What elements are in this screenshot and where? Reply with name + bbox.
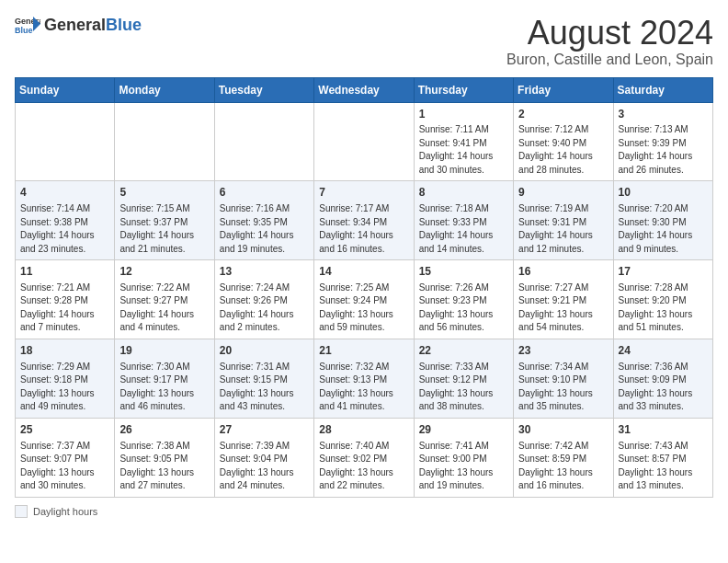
day-number: 18 <box>20 343 109 359</box>
calendar-cell: 8Sunrise: 7:18 AM Sunset: 9:33 PM Daylig… <box>414 181 513 260</box>
day-number: 26 <box>119 422 209 438</box>
week-row-1: 4Sunrise: 7:14 AM Sunset: 9:38 PM Daylig… <box>16 181 713 260</box>
svg-text:Blue: Blue <box>15 26 33 35</box>
calendar-cell: 14Sunrise: 7:25 AM Sunset: 9:24 PM Dayli… <box>314 260 414 339</box>
cell-info: Sunrise: 7:18 AM Sunset: 9:33 PM Dayligh… <box>419 202 508 256</box>
calendar-cell: 18Sunrise: 7:29 AM Sunset: 9:18 PM Dayli… <box>16 339 115 418</box>
day-number: 9 <box>518 185 608 201</box>
cell-info: Sunrise: 7:22 AM Sunset: 9:27 PM Dayligh… <box>119 282 209 335</box>
day-number: 29 <box>419 422 508 438</box>
logo: General Blue General Blue <box>15 15 142 35</box>
main-title: August 2024 <box>506 15 713 52</box>
cell-info: Sunrise: 7:24 AM Sunset: 9:26 PM Dayligh… <box>220 282 309 335</box>
cell-info: Sunrise: 7:15 AM Sunset: 9:37 PM Dayligh… <box>119 202 209 256</box>
day-number: 5 <box>119 185 209 201</box>
day-number: 17 <box>619 264 708 280</box>
day-number: 7 <box>319 185 408 201</box>
calendar-cell: 1Sunrise: 7:11 AM Sunset: 9:41 PM Daylig… <box>414 102 513 181</box>
day-number: 11 <box>20 264 109 280</box>
cell-info: Sunrise: 7:31 AM Sunset: 9:15 PM Dayligh… <box>220 361 309 414</box>
cell-info: Sunrise: 7:34 AM Sunset: 9:10 PM Dayligh… <box>518 361 608 414</box>
calendar-cell: 22Sunrise: 7:33 AM Sunset: 9:12 PM Dayli… <box>414 339 513 418</box>
day-header-saturday: Saturday <box>613 77 712 102</box>
calendar-cell: 4Sunrise: 7:14 AM Sunset: 9:38 PM Daylig… <box>16 181 115 260</box>
day-number: 16 <box>518 264 608 280</box>
cell-info: Sunrise: 7:25 AM Sunset: 9:24 PM Dayligh… <box>319 282 408 335</box>
calendar-cell: 26Sunrise: 7:38 AM Sunset: 9:05 PM Dayli… <box>115 418 214 497</box>
calendar-cell: 24Sunrise: 7:36 AM Sunset: 9:09 PM Dayli… <box>613 339 712 418</box>
calendar-cell: 31Sunrise: 7:43 AM Sunset: 8:57 PM Dayli… <box>613 418 712 497</box>
cell-info: Sunrise: 7:32 AM Sunset: 9:13 PM Dayligh… <box>319 361 408 414</box>
day-number: 6 <box>220 185 309 201</box>
calendar-cell: 9Sunrise: 7:19 AM Sunset: 9:31 PM Daylig… <box>514 181 613 260</box>
day-number: 14 <box>319 264 408 280</box>
day-number: 3 <box>619 107 708 122</box>
calendar-cell: 6Sunrise: 7:16 AM Sunset: 9:35 PM Daylig… <box>214 181 313 260</box>
cell-info: Sunrise: 7:38 AM Sunset: 9:05 PM Dayligh… <box>119 440 209 493</box>
day-number: 30 <box>518 422 608 438</box>
calendar-cell <box>314 102 414 181</box>
calendar-cell: 2Sunrise: 7:12 AM Sunset: 9:40 PM Daylig… <box>514 102 613 181</box>
calendar-cell <box>115 102 214 181</box>
cell-info: Sunrise: 7:41 AM Sunset: 9:00 PM Dayligh… <box>419 440 508 493</box>
day-number: 2 <box>518 107 608 122</box>
day-number: 19 <box>119 343 209 359</box>
week-row-2: 11Sunrise: 7:21 AM Sunset: 9:28 PM Dayli… <box>16 260 713 339</box>
day-header-sunday: Sunday <box>16 77 115 102</box>
footer-note: Daylight hours <box>15 505 713 518</box>
cell-info: Sunrise: 7:40 AM Sunset: 9:02 PM Dayligh… <box>319 440 408 493</box>
week-row-0: 1Sunrise: 7:11 AM Sunset: 9:41 PM Daylig… <box>16 102 713 181</box>
calendar-cell: 7Sunrise: 7:17 AM Sunset: 9:34 PM Daylig… <box>314 181 414 260</box>
calendar-cell: 25Sunrise: 7:37 AM Sunset: 9:07 PM Dayli… <box>16 418 115 497</box>
day-number: 1 <box>419 107 508 122</box>
cell-info: Sunrise: 7:19 AM Sunset: 9:31 PM Dayligh… <box>518 202 608 256</box>
calendar-cell: 3Sunrise: 7:13 AM Sunset: 9:39 PM Daylig… <box>613 102 712 181</box>
calendar-cell: 30Sunrise: 7:42 AM Sunset: 8:59 PM Dayli… <box>514 418 613 497</box>
calendar-cell: 29Sunrise: 7:41 AM Sunset: 9:00 PM Dayli… <box>414 418 513 497</box>
day-number: 4 <box>20 185 109 201</box>
day-number: 8 <box>419 185 508 201</box>
cell-info: Sunrise: 7:21 AM Sunset: 9:28 PM Dayligh… <box>20 282 109 335</box>
title-area: August 2024 Buron, Castille and Leon, Sp… <box>506 15 713 68</box>
calendar-cell: 13Sunrise: 7:24 AM Sunset: 9:26 PM Dayli… <box>214 260 313 339</box>
day-number: 15 <box>419 264 508 280</box>
cell-info: Sunrise: 7:11 AM Sunset: 9:41 PM Dayligh… <box>419 123 508 177</box>
calendar-cell: 16Sunrise: 7:27 AM Sunset: 9:21 PM Dayli… <box>514 260 613 339</box>
calendar-cell: 19Sunrise: 7:30 AM Sunset: 9:17 PM Dayli… <box>115 339 214 418</box>
day-header-wednesday: Wednesday <box>314 77 414 102</box>
calendar-table: SundayMondayTuesdayWednesdayThursdayFrid… <box>15 77 713 498</box>
cell-info: Sunrise: 7:12 AM Sunset: 9:40 PM Dayligh… <box>518 123 608 177</box>
cell-info: Sunrise: 7:29 AM Sunset: 9:18 PM Dayligh… <box>20 361 109 414</box>
day-number: 25 <box>20 422 109 438</box>
cell-info: Sunrise: 7:16 AM Sunset: 9:35 PM Dayligh… <box>220 202 309 256</box>
calendar-header: SundayMondayTuesdayWednesdayThursdayFrid… <box>16 77 713 102</box>
calendar-cell <box>214 102 313 181</box>
cell-info: Sunrise: 7:30 AM Sunset: 9:17 PM Dayligh… <box>119 361 209 414</box>
calendar-cell: 21Sunrise: 7:32 AM Sunset: 9:13 PM Dayli… <box>314 339 414 418</box>
cell-info: Sunrise: 7:39 AM Sunset: 9:04 PM Dayligh… <box>220 440 309 493</box>
logo-blue-text: Blue <box>106 16 142 35</box>
daylight-label: Daylight hours <box>33 506 97 517</box>
day-number: 23 <box>518 343 608 359</box>
calendar-cell: 20Sunrise: 7:31 AM Sunset: 9:15 PM Dayli… <box>214 339 313 418</box>
calendar-cell: 15Sunrise: 7:26 AM Sunset: 9:23 PM Dayli… <box>414 260 513 339</box>
cell-info: Sunrise: 7:28 AM Sunset: 9:20 PM Dayligh… <box>619 282 708 335</box>
day-number: 31 <box>619 422 708 438</box>
cell-info: Sunrise: 7:43 AM Sunset: 8:57 PM Dayligh… <box>619 440 708 493</box>
week-row-4: 25Sunrise: 7:37 AM Sunset: 9:07 PM Dayli… <box>16 418 713 497</box>
cell-info: Sunrise: 7:42 AM Sunset: 8:59 PM Dayligh… <box>518 440 608 493</box>
calendar-cell: 23Sunrise: 7:34 AM Sunset: 9:10 PM Dayli… <box>514 339 613 418</box>
header: General Blue General Blue August 2024 Bu… <box>15 15 713 68</box>
week-row-3: 18Sunrise: 7:29 AM Sunset: 9:18 PM Dayli… <box>16 339 713 418</box>
day-number: 20 <box>220 343 309 359</box>
day-header-monday: Monday <box>115 77 214 102</box>
cell-info: Sunrise: 7:20 AM Sunset: 9:30 PM Dayligh… <box>619 202 708 256</box>
day-number: 21 <box>319 343 408 359</box>
calendar-cell <box>16 102 115 181</box>
day-number: 12 <box>119 264 209 280</box>
cell-info: Sunrise: 7:17 AM Sunset: 9:34 PM Dayligh… <box>319 202 408 256</box>
cell-info: Sunrise: 7:13 AM Sunset: 9:39 PM Dayligh… <box>619 123 708 177</box>
logo-icon: General Blue <box>15 15 40 35</box>
calendar-cell: 12Sunrise: 7:22 AM Sunset: 9:27 PM Dayli… <box>115 260 214 339</box>
cell-info: Sunrise: 7:36 AM Sunset: 9:09 PM Dayligh… <box>619 361 708 414</box>
